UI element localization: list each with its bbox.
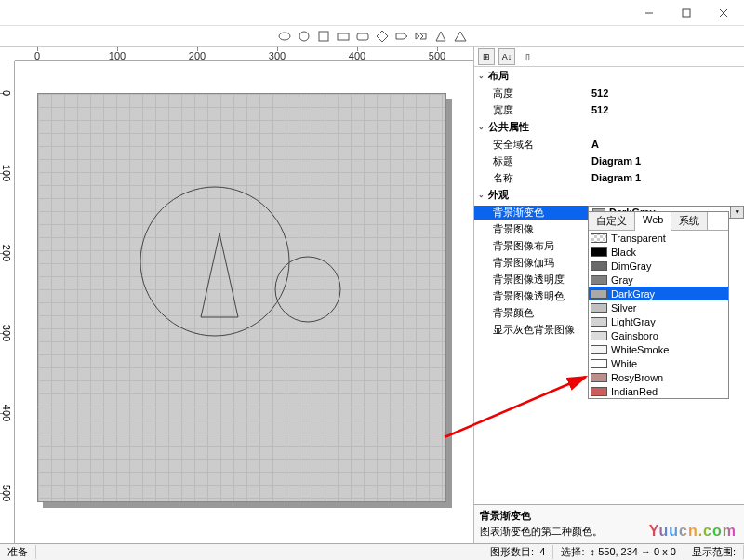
rectangle-tool[interactable] — [336, 29, 350, 43]
color-swatch-icon — [591, 275, 607, 285]
color-item-lightgray[interactable]: LightGray — [589, 314, 728, 328]
svg-rect-1 — [683, 9, 690, 17]
color-item-indianred[interactable]: IndianRed — [589, 384, 728, 398]
diagram-sheet[interactable] — [37, 93, 446, 502]
shape-toolbar — [0, 26, 744, 47]
color-item-whitesmoke[interactable]: WhiteSmoke — [589, 342, 728, 356]
color-label: Gray — [611, 274, 633, 286]
category-appearance[interactable]: ⌄外观 — [474, 186, 744, 204]
svg-point-5 — [299, 32, 309, 41]
prop-width[interactable]: 宽度512 — [474, 101, 744, 118]
triangle-tool[interactable] — [433, 29, 447, 43]
color-label: White — [611, 358, 637, 369]
triangle2-tool[interactable] — [453, 29, 467, 43]
tab-custom[interactable]: 自定义 — [589, 212, 635, 230]
alphabetical-button[interactable]: A↓ — [498, 48, 515, 65]
ruler-horizontal: 0100200300400500 — [15, 47, 473, 61]
collapse-icon: ⌄ — [478, 123, 485, 131]
svg-rect-6 — [319, 32, 328, 41]
tag-tool[interactable] — [394, 29, 408, 43]
prop-title[interactable]: 标题Diagram 1 — [474, 153, 744, 169]
canvas[interactable] — [15, 61, 473, 543]
color-label: DimGray — [611, 260, 651, 272]
tab-system[interactable]: 系统 — [671, 212, 708, 230]
status-range: 显示范围: — [684, 545, 744, 559]
color-label: RosyBrown — [611, 372, 663, 383]
color-swatch-icon — [591, 247, 607, 257]
color-item-black[interactable]: Black — [589, 245, 728, 259]
svg-marker-11 — [416, 33, 419, 39]
status-bar: 准备 图形数目: 4 选择: ↕ 550, 234 ↔ 0 x 0 显示范围: — [0, 543, 744, 560]
roundrect-tool[interactable] — [355, 29, 369, 43]
color-item-rosybrown[interactable]: RosyBrown — [589, 370, 728, 384]
color-label: Transparent — [611, 233, 666, 244]
svg-marker-12 — [420, 33, 426, 39]
color-swatch-icon — [591, 359, 607, 368]
svg-marker-10 — [396, 33, 407, 39]
props-divider: ▯ — [519, 48, 536, 65]
color-label: DarkGray — [611, 288, 655, 300]
color-label: WhiteSmoke — [611, 344, 669, 355]
svg-marker-9 — [377, 31, 388, 42]
categorized-button[interactable]: ⊞ — [478, 48, 495, 65]
props-toolbar: ⊞ A↓ ▯ — [474, 47, 744, 67]
collapse-icon: ⌄ — [478, 191, 485, 199]
color-item-dimgray[interactable]: DimGray — [589, 259, 728, 273]
category-public[interactable]: ⌄公共属性 — [474, 118, 744, 136]
diamond-tool[interactable] — [375, 29, 389, 43]
desc-title: 背景渐变色 — [480, 509, 738, 523]
circle-tool[interactable] — [297, 29, 311, 43]
color-label: LightGray — [611, 316, 656, 327]
watermark: Yuucn.com — [649, 523, 737, 540]
svg-point-16 — [275, 257, 340, 322]
ellipse-tool[interactable] — [277, 29, 291, 43]
maximize-button[interactable] — [668, 1, 705, 25]
svg-marker-14 — [455, 32, 466, 41]
tab-web[interactable]: Web — [635, 212, 671, 231]
titlebar — [0, 0, 744, 26]
color-item-darkgray[interactable]: DarkGray — [589, 287, 728, 300]
color-item-gainsboro[interactable]: Gainsboro — [589, 328, 728, 342]
color-swatch-icon — [591, 261, 607, 271]
square-tool[interactable] — [316, 29, 330, 43]
dropdown-button[interactable]: ▾ — [730, 207, 743, 218]
color-list[interactable]: TransparentBlackDimGrayGrayDarkGraySilve… — [589, 231, 728, 398]
svg-rect-7 — [338, 33, 349, 40]
minimize-button[interactable] — [631, 1, 668, 25]
status-shapecount: 图形数目: 4 — [483, 545, 553, 559]
color-swatch-icon — [591, 303, 607, 313]
color-swatch-icon — [591, 317, 607, 327]
color-item-silver[interactable]: Silver — [589, 300, 728, 314]
color-label: Gainsboro — [611, 330, 658, 341]
color-swatch-icon — [591, 331, 607, 340]
svg-marker-13 — [436, 32, 445, 41]
collapse-icon: ⌄ — [478, 72, 485, 80]
color-swatch-icon — [591, 373, 607, 382]
status-ready: 准备 — [0, 545, 36, 559]
diagram-shapes — [38, 94, 447, 503]
canvas-pane: 0100200300400500 0100200300400500 — [0, 47, 474, 543]
color-item-gray[interactable]: Gray — [589, 273, 728, 287]
color-picker-popup[interactable]: 自定义 Web 系统 TransparentBlackDimGrayGrayDa… — [588, 211, 729, 399]
category-layout[interactable]: ⌄布局 — [474, 67, 744, 85]
color-label: Black — [611, 247, 636, 258]
color-swatch-icon — [591, 289, 607, 299]
color-swatch-icon — [591, 233, 607, 243]
svg-point-15 — [140, 187, 289, 336]
status-selection: 选择: ↕ 550, 234 ↔ 0 x 0 — [553, 545, 684, 559]
color-swatch-icon — [591, 345, 607, 354]
svg-rect-8 — [357, 33, 368, 40]
prop-domain[interactable]: 安全域名A — [474, 136, 744, 153]
close-button[interactable] — [705, 1, 742, 25]
ruler-vertical: 0100200300400500 — [0, 61, 15, 543]
color-item-white[interactable]: White — [589, 356, 728, 370]
double-tag-tool[interactable] — [414, 29, 428, 43]
svg-point-4 — [279, 33, 290, 40]
color-swatch-icon — [591, 387, 607, 396]
prop-height[interactable]: 高度512 — [474, 85, 744, 101]
color-label: IndianRed — [611, 386, 658, 397]
color-item-transparent[interactable]: Transparent — [589, 231, 728, 245]
color-label: Silver — [611, 302, 637, 313]
svg-marker-17 — [201, 233, 238, 317]
prop-name[interactable]: 名称Diagram 1 — [474, 169, 744, 186]
